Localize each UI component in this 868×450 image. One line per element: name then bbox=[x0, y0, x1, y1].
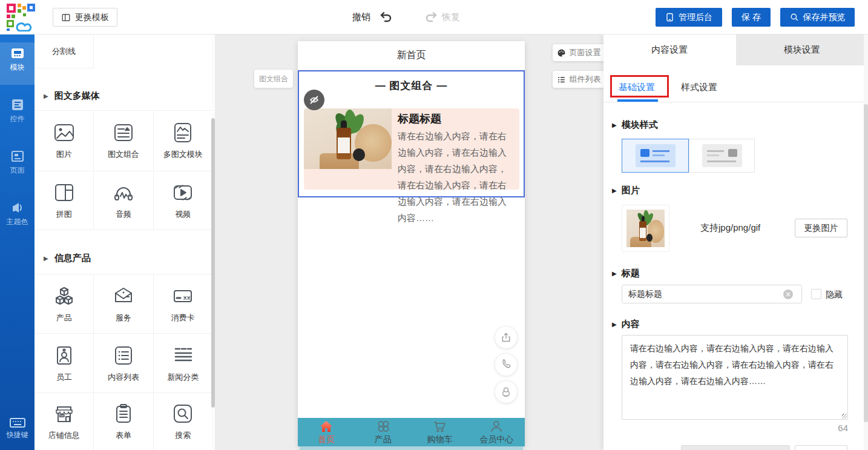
tab-home[interactable]: 首页 bbox=[298, 418, 355, 446]
image-text-card: 标题标题 请在右边输入内容，请在右边输入内容，请在右边输入内容，请在右边输入内容… bbox=[304, 108, 519, 190]
content-textarea[interactable]: 请在右边输入内容，请在右边输入内容，请在右边输入内容，请在右边输入内容，请在右边… bbox=[622, 335, 848, 420]
phone-preview: 新首页 — 图文组合 — bbox=[298, 41, 525, 446]
card-body-text: 请在右边输入内容，请在右边输入内容，请在右边输入内容，请在右边输入内容，请在右边… bbox=[398, 128, 515, 226]
change-image-button[interactable]: 更换图片 bbox=[795, 219, 847, 237]
subtab-style-settings[interactable]: 样式设置 bbox=[681, 82, 717, 93]
settings-scrollbar[interactable] bbox=[864, 35, 868, 450]
caret-icon: ▶ bbox=[612, 187, 617, 194]
title-input[interactable] bbox=[622, 285, 802, 303]
module-tag-label: 图文组合 bbox=[259, 74, 288, 84]
partial-input-below[interactable] bbox=[681, 445, 790, 450]
tab-label: 产品 bbox=[375, 434, 392, 445]
section-header-info-products[interactable]: ▶ 信息产品 bbox=[44, 253, 91, 264]
phone-bottom-strip bbox=[300, 446, 523, 450]
caret-icon: ▶ bbox=[612, 122, 617, 128]
image-thumbnail[interactable] bbox=[622, 205, 669, 252]
component-item-label: 拼图 bbox=[56, 209, 72, 220]
component-item-label: 视频 bbox=[175, 209, 191, 220]
redo-label[interactable]: 恢复 bbox=[442, 12, 460, 23]
sidebar-item-widgets[interactable]: 控件 bbox=[0, 98, 35, 124]
hide-checkbox-label: 隐藏 bbox=[826, 290, 843, 300]
component-item-news-category[interactable]: 新闻分类 bbox=[154, 334, 213, 392]
component-item-shop-info[interactable]: SHOP 店铺信息 bbox=[35, 393, 94, 450]
component-item-divider[interactable]: 分割线 bbox=[35, 35, 94, 68]
undo-label[interactable]: 撤销 bbox=[352, 12, 370, 23]
phone-fab[interactable] bbox=[495, 353, 518, 376]
field-label-title: ▶ 标题 bbox=[612, 268, 640, 279]
component-item-multi-image-text[interactable]: 多图文模块 bbox=[154, 111, 213, 170]
selected-module-image-text[interactable]: — 图文组合 — bbox=[298, 70, 525, 197]
component-item-audio[interactable]: 音频 bbox=[94, 171, 153, 230]
phone-tabbar: 首页 产品 购物车 bbox=[298, 418, 525, 446]
list-icon bbox=[557, 75, 566, 84]
tab-cart[interactable]: 购物车 bbox=[412, 418, 469, 446]
component-item-label: 搜索 bbox=[175, 430, 191, 441]
component-item-label: 表单 bbox=[116, 430, 131, 441]
component-item-product[interactable]: 产品 bbox=[35, 274, 94, 333]
caret-icon: ▶ bbox=[44, 255, 48, 262]
member-icon bbox=[489, 420, 504, 433]
component-panel-scrollbar[interactable] bbox=[211, 35, 215, 450]
component-list-label: 组件列表 bbox=[570, 74, 601, 85]
textarea-resize-handle[interactable] bbox=[842, 414, 847, 419]
sidebar-item-label: 控件 bbox=[0, 114, 35, 124]
component-item-staff[interactable]: 员工 bbox=[35, 334, 94, 392]
field-label: 模块样式 bbox=[622, 119, 658, 131]
share-fab[interactable] bbox=[495, 326, 518, 349]
partial-button-below[interactable] bbox=[795, 445, 847, 450]
tab-member-center[interactable]: 会员中心 bbox=[468, 418, 525, 446]
hide-checkbox[interactable] bbox=[811, 289, 821, 299]
module-style-option-image-left[interactable] bbox=[622, 139, 689, 173]
undo-icon[interactable] bbox=[379, 10, 393, 24]
tab-label: 内容设置 bbox=[651, 44, 688, 56]
widgets-icon bbox=[10, 98, 25, 111]
sidebar-item-label: 快捷键 bbox=[0, 430, 35, 440]
scrollbar-thumb[interactable] bbox=[211, 118, 215, 408]
change-template-button[interactable]: 更换模板 bbox=[53, 8, 117, 27]
tab-label: 模块设置 bbox=[784, 44, 820, 56]
sidebar-item-pages[interactable]: 页面 bbox=[0, 150, 35, 176]
module-hidden-badge[interactable] bbox=[304, 90, 324, 110]
topbar: 更换模板 撤销 恢复 管理后台 保 存 bbox=[0, 0, 868, 35]
field-label-module-style: ▶ 模块样式 bbox=[612, 119, 658, 131]
sidebar-item-label: 页面 bbox=[0, 165, 35, 176]
save-button[interactable]: 保 存 bbox=[732, 8, 771, 27]
component-grid-row: 拼图 音频 视频 bbox=[35, 171, 213, 230]
scrollbar-thumb[interactable] bbox=[864, 104, 868, 422]
tab-module-settings[interactable]: 模块设置 bbox=[736, 35, 868, 65]
page-settings-button[interactable]: 页面设置 bbox=[553, 44, 605, 61]
sidebar-item-shortcuts[interactable]: 快捷键 bbox=[0, 418, 35, 440]
clear-input-icon[interactable]: ✕ bbox=[783, 290, 793, 299]
module-style-option-image-right[interactable] bbox=[689, 139, 755, 173]
subtab-basic-settings[interactable]: 基础设置 bbox=[619, 82, 655, 93]
section-header-media[interactable]: ▶ 图文多媒体 bbox=[44, 90, 100, 102]
tab-label: 购物车 bbox=[427, 434, 452, 445]
divider bbox=[603, 102, 868, 102]
save-preview-button[interactable]: 保存并预览 bbox=[780, 8, 855, 27]
component-item-search[interactable]: 搜索 bbox=[154, 393, 213, 450]
service-icon bbox=[112, 285, 135, 308]
sidebar-item-theme-color[interactable]: 主题色 bbox=[0, 201, 35, 227]
component-item-video[interactable]: 视频 bbox=[154, 171, 213, 230]
sidebar-item-modules[interactable]: 模块 bbox=[0, 47, 35, 73]
component-item-label: 新闻分类 bbox=[167, 372, 199, 383]
redo-icon[interactable] bbox=[424, 10, 438, 24]
change-template-label: 更换模板 bbox=[75, 12, 109, 23]
component-item-consume-card[interactable]: 消费卡 bbox=[154, 274, 213, 333]
admin-backend-button[interactable]: 管理后台 bbox=[656, 8, 722, 27]
component-item-content-list[interactable]: 内容列表 bbox=[94, 334, 153, 392]
thumbnail-photo bbox=[626, 210, 665, 247]
component-list-button[interactable]: 组件列表 bbox=[553, 71, 605, 88]
component-item-label: 内容列表 bbox=[108, 372, 139, 383]
component-item-service[interactable]: 服务 bbox=[94, 274, 153, 333]
component-item-image-text[interactable]: 图文组合 bbox=[94, 111, 153, 170]
share-icon bbox=[501, 332, 511, 343]
tab-content-settings[interactable]: 内容设置 bbox=[603, 35, 736, 65]
tab-products[interactable]: 产品 bbox=[355, 418, 412, 446]
component-grid-row: 图片 图文组合 多图文模块 bbox=[35, 110, 213, 170]
component-item-image[interactable]: 图片 bbox=[35, 111, 94, 170]
component-item-collage[interactable]: 拼图 bbox=[35, 171, 94, 230]
qq-fab[interactable] bbox=[495, 380, 518, 403]
component-item-form[interactable]: 表单 bbox=[94, 393, 153, 450]
phone-icon bbox=[501, 359, 511, 370]
